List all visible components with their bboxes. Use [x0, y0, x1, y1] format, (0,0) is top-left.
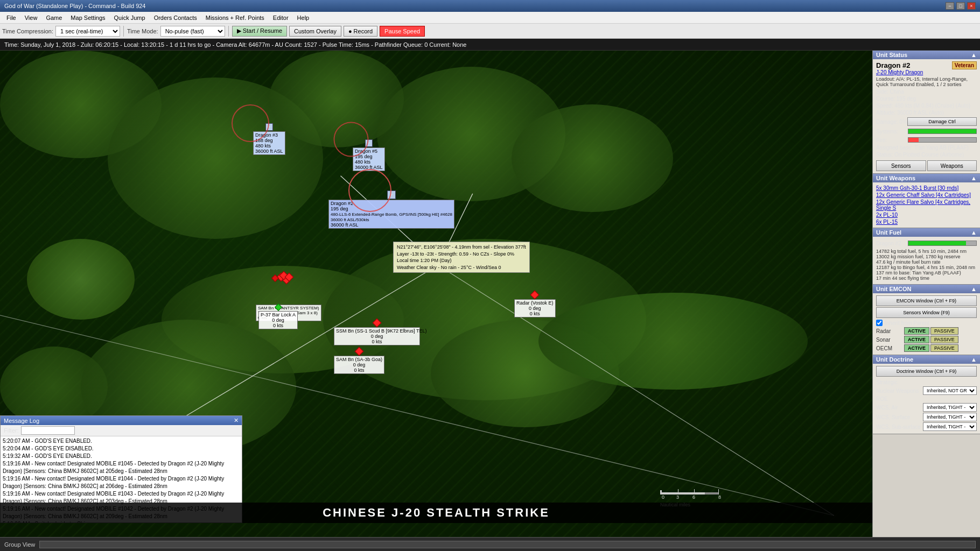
- close-button[interactable]: ×: [967, 2, 976, 10]
- oecm-passive-btn[interactable]: PASSIVE: [930, 344, 958, 352]
- dragon2-unit[interactable]: ✈ Dragon #2 195 deg 480-LLS-6 Extended-R…: [328, 190, 454, 229]
- message-log-header: Message Log ✕: [1, 416, 242, 425]
- map-area[interactable]: ✈ Dragon #3 188 deg 480 kts 36000 ft ASL…: [0, 51, 872, 537]
- wcs-air-select[interactable]: Inherited, TIGHT - f: [923, 403, 977, 412]
- map-tooltip: N21°27'46", E106°25'08" - 4.19nm from se…: [393, 242, 530, 273]
- unit-status-content: Dragon #2 J-20 Mighty Dragon Veteran Loa…: [873, 59, 980, 173]
- radar-active-btn[interactable]: ACTIVE: [904, 327, 929, 335]
- oecm-active-btn[interactable]: ACTIVE: [904, 344, 929, 352]
- unit-weapons-content: 5x 30mm Gsh-30-1 Burst [30 rnds] 12x Gen…: [873, 182, 980, 228]
- systems-label: Systems:: [876, 129, 906, 135]
- emcon-collapse-icon[interactable]: ▲: [971, 286, 977, 292]
- sam-sa3[interactable]: SAM Bn (SA-3b Goa) 0 deg 0 kts: [334, 348, 384, 374]
- log-entry: 5:20:04 AM - GOD'S EYE DISABLED.: [3, 445, 240, 453]
- ssm-scud[interactable]: SSM Bn (SS-1 Scud B [9K72 Elbrus] TEL) 0…: [334, 320, 420, 345]
- bottom-bar: Group View: [0, 537, 980, 551]
- menu-editor[interactable]: Editor: [269, 13, 293, 22]
- menu-file[interactable]: File: [2, 13, 20, 22]
- dragon5-unit[interactable]: ✈ Dragon #5 195 deg 480 kts 36000 ft ASL: [353, 139, 385, 171]
- unit-weapons-section: Unit Weapons ▲ 5x 30mm Gsh-30-1 Burst [3…: [873, 174, 980, 228]
- fuel-collapse-icon[interactable]: ▲: [971, 229, 977, 236]
- wcs-subsurface-select[interactable]: Inherited, TIGHT - f: [923, 422, 977, 431]
- message-log-filter: Filter:: [1, 425, 242, 436]
- side-text: Side: China: [876, 88, 977, 95]
- nuclear-weapons-select[interactable]: Inherited, NOT GR/: [923, 386, 977, 395]
- altitude-text: Altitude: 36000 ft ASL (Auto): [876, 109, 977, 116]
- time-mode-label: Time Mode:: [127, 28, 158, 34]
- menu-help[interactable]: Help: [293, 13, 314, 22]
- sensors-button[interactable]: Sensors: [876, 160, 926, 171]
- veteran-badge: Veteran: [952, 61, 977, 69]
- menu-map-settings[interactable]: Map Settings: [66, 13, 109, 22]
- main-content: ✈ Dragon #3 188 deg 480 kts 36000 ft ASL…: [0, 51, 980, 537]
- maximize-button[interactable]: □: [956, 2, 965, 10]
- window-controls: − □ ×: [946, 2, 976, 10]
- unit-doctrine-section: Unit Doctrine ▲ Doctrine Window (Ctrl + …: [873, 355, 980, 434]
- unit-weapons-header: Unit Weapons ▲: [873, 174, 980, 182]
- log-entry: 5:19:16 AM - New contact! Designated MOB…: [3, 475, 240, 490]
- fire-bar: [908, 138, 919, 142]
- doctrine-window-button[interactable]: Doctrine Window (Ctrl + F9): [876, 366, 977, 377]
- unit-emcon-section: Unit EMCON ▲ EMCON Window (Ctrl + F9) Se…: [873, 285, 980, 355]
- inherit-checkbox[interactable]: [876, 320, 883, 326]
- pause-button[interactable]: Pause Speed: [380, 26, 425, 37]
- menu-view[interactable]: View: [20, 13, 42, 22]
- start-resume-button[interactable]: ▶ Start / Resume: [232, 26, 287, 37]
- minimize-button[interactable]: −: [946, 2, 954, 10]
- fuel-unit-name: Dragon #2: [876, 241, 906, 246]
- custom-overlay-button[interactable]: Custom Overlay: [289, 26, 341, 37]
- doctrine-collapse-icon[interactable]: ▲: [971, 356, 977, 363]
- emcon-window-button[interactable]: EMCON Window (Ctrl + F9): [876, 295, 977, 306]
- menu-bar: File View Game Map Settings Quick Jump O…: [0, 12, 980, 24]
- weapon-flare[interactable]: 12x Generic Flare Salvo [4x Cartridges, …: [876, 199, 977, 211]
- weapon-chaff[interactable]: 12x Generic Chaff Salvo [4x Cartridges]: [876, 192, 977, 199]
- sensors-window-button[interactable]: Sensors Window (F9): [876, 307, 977, 318]
- wcs-surface-row: WCS, Surface Inherited, TIGHT - f: [876, 412, 977, 422]
- wcs-subsurface-row: WCS, Sub-surface Inherited, TIGHT - f: [876, 422, 977, 432]
- radar-passive-btn[interactable]: PASSIVE: [930, 327, 958, 335]
- weapon-pl15[interactable]: 6x PL-15: [876, 218, 977, 225]
- unit-emcon-header: Unit EMCON ▲: [873, 285, 980, 293]
- message-log-close-icon[interactable]: ✕: [234, 417, 239, 424]
- time-compression-select[interactable]: 1 sec (real-time) 5 sec 15 sec 1 min: [55, 26, 120, 37]
- filter-input[interactable]: [21, 426, 75, 435]
- record-button[interactable]: ● Record: [344, 26, 377, 37]
- menu-quick-jump[interactable]: Quick Jump: [110, 13, 150, 22]
- speed-text: Speed: 480 kts (M 0.84) (Cruise) (Auto): [876, 102, 977, 109]
- fuel-details: 14782 kg total fuel, 5 hrs 10 min, 2484 …: [876, 248, 977, 282]
- group-view-bar: [39, 541, 976, 548]
- unit-fuel-section: Unit Fuel ▲ Dragon #2 14782 kg total fue…: [873, 228, 980, 285]
- weapons-collapse-icon[interactable]: ▲: [971, 175, 977, 181]
- sensors-weapons-row: Sensors Weapons: [876, 160, 977, 171]
- group-view-label: Group View: [4, 541, 35, 548]
- radar-emcon-row: Radar ACTIVE PASSIVE: [876, 327, 977, 335]
- nuclear-weapons-row: Nuclear Weapons Inherited, NOT GR/: [876, 386, 977, 395]
- dragon3-unit[interactable]: ✈ Dragon #3 188 deg 480 kts 36000 ft ASL: [253, 123, 285, 155]
- weapon-pl10[interactable]: 2x PL-10: [876, 211, 977, 218]
- weapons-button[interactable]: Weapons: [927, 160, 977, 171]
- strategic-row: Strategic: [876, 379, 977, 386]
- damage-ctrl-button[interactable]: Damage Ctrl: [907, 117, 977, 126]
- title-bar: God of War (Standalone Play) - Command -…: [0, 0, 980, 12]
- weapon-gsh30[interactable]: 5x 30mm Gsh-30-1 Burst [30 rnds]: [876, 185, 977, 192]
- time-mode-select[interactable]: No-pulse (fast) Pulse: [160, 26, 225, 37]
- unit-fuel-header: Unit Fuel ▲: [873, 228, 980, 237]
- menu-orders-contacts[interactable]: Orders Contacts: [150, 13, 201, 22]
- wcs-surface-select[interactable]: Inherited, TIGHT - f: [923, 413, 977, 421]
- menu-game[interactable]: Game: [41, 13, 66, 22]
- p37-barlockA[interactable]: P-37 Bar Lock A 0 deg 0 kts: [258, 305, 298, 329]
- collapse-icon[interactable]: ▲: [971, 52, 977, 58]
- unit-fuel-content: Dragon #2 14782 kg total fuel, 5 hrs 10 …: [873, 237, 980, 284]
- menu-missions-ref-points[interactable]: Missions + Ref. Points: [201, 13, 269, 22]
- unit-type-link[interactable]: J-20 Mighty Dragon: [876, 69, 923, 75]
- fuel-bar: [908, 241, 966, 245]
- log-entry: 5:19:32 AM - GOD'S EYE ENABLED.: [3, 453, 240, 460]
- right-panel: Unit Status ▲ Dragon #2 J-20 Mighty Drag…: [872, 51, 980, 537]
- course-text: Course: 195 deg: [876, 95, 977, 102]
- roe-row: ROE: [876, 395, 977, 402]
- sonar-passive-btn[interactable]: PASSIVE: [930, 336, 958, 343]
- radar-vostok[interactable]: Radar (Vostok E) 0 deg 0 kts: [514, 292, 556, 317]
- unit-name: Dragon #2: [876, 61, 923, 69]
- systems-bar: [908, 129, 976, 133]
- sonar-active-btn[interactable]: ACTIVE: [904, 336, 929, 343]
